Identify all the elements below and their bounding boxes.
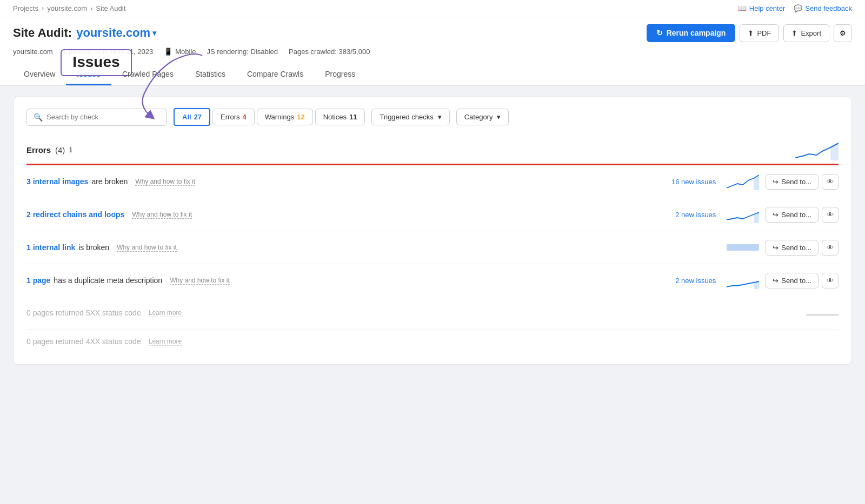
- zero-row-2: 0 pages returned 4XX status code Learn m…: [26, 330, 839, 353]
- issue-actions-1: ↪ Send to... 👁: [766, 174, 839, 190]
- fix-link-2[interactable]: Why and how to fix it: [132, 211, 192, 219]
- content-card: 🔍 All 27 Errors 4 Warnings 12: [13, 97, 852, 365]
- category-dropdown[interactable]: Category ▾: [456, 109, 509, 125]
- errors-filter-label: Errors: [221, 113, 239, 121]
- help-center-link[interactable]: 📖 Help center: [738, 4, 785, 12]
- errors-label: Errors: [26, 145, 51, 154]
- breadcrumb-projects[interactable]: Projects: [13, 4, 38, 12]
- breadcrumb: Projects › yoursite.com › Site Audit: [13, 4, 125, 12]
- refresh-icon: ↻: [656, 29, 663, 37]
- feedback-icon: 💬: [794, 4, 802, 12]
- zero-label-2: 0 pages returned 4XX status code: [26, 337, 141, 346]
- errors-title: Errors (4) ℹ: [26, 145, 72, 154]
- issue-link-4[interactable]: 1 page: [26, 276, 50, 285]
- eye-icon-1: 👁: [827, 178, 834, 186]
- fix-link-1[interactable]: Why and how to fix it: [135, 178, 195, 186]
- tab-progress-label: Progress: [325, 70, 355, 78]
- send-to-button-4[interactable]: ↪ Send to...: [766, 273, 819, 288]
- share-icon-4: ↪: [773, 277, 778, 285]
- send-label-1: Send to...: [781, 178, 811, 186]
- send-to-button-3[interactable]: ↪ Send to...: [766, 240, 819, 256]
- page-header: Site Audit: yoursite.com ▾ ↻ Rerun campa…: [0, 17, 865, 86]
- fix-link-4[interactable]: Why and how to fix it: [170, 277, 230, 285]
- warnings-count: 12: [297, 113, 304, 121]
- tab-statistics[interactable]: Statistics: [184, 64, 236, 85]
- rerun-label: Rerun campaign: [667, 29, 726, 37]
- share-icon-3: ↪: [773, 244, 778, 252]
- site-url-meta: yoursite.com: [13, 48, 53, 56]
- filter-all-button[interactable]: All 27: [174, 108, 210, 126]
- errors-count-paren: (4): [55, 145, 65, 154]
- breadcrumb-site[interactable]: yoursite.com: [47, 4, 87, 12]
- top-actions: 📖 Help center 💬 Send feedback: [738, 4, 852, 12]
- eye-icon-3: 👁: [827, 244, 834, 252]
- issue-link-3[interactable]: 1 internal link: [26, 243, 75, 252]
- dropdown-arrow-icon: ▾: [438, 113, 442, 121]
- send-to-button-1[interactable]: ↪ Send to...: [766, 174, 819, 190]
- send-feedback-link[interactable]: 💬 Send feedback: [794, 4, 852, 12]
- errors-count: 4: [242, 113, 246, 121]
- export-button[interactable]: ⬆ Export: [783, 24, 829, 42]
- mini-chart-1: [727, 173, 759, 190]
- top-bar: Projects › yoursite.com › Site Audit 📖 H…: [0, 0, 865, 17]
- breadcrumb-sep1: ›: [42, 4, 44, 12]
- issue-row: 3 internal images are broken Why and how…: [26, 165, 839, 198]
- filter-errors-button[interactable]: Errors 4: [212, 109, 255, 125]
- tab-compare-crawls[interactable]: Compare Crawls: [236, 64, 314, 85]
- filter-notices-button[interactable]: Notices 11: [315, 109, 365, 125]
- eye-button-1[interactable]: 👁: [822, 174, 839, 190]
- category-label: Category: [464, 113, 493, 121]
- send-to-button-2[interactable]: ↪ Send to...: [766, 207, 819, 223]
- tab-crawled-pages[interactable]: Crawled Pages: [111, 64, 184, 85]
- tab-statistics-label: Statistics: [195, 70, 225, 78]
- rerun-campaign-button[interactable]: ↻ Rerun campaign: [647, 24, 736, 42]
- header-top: Site Audit: yoursite.com ▾ ↻ Rerun campa…: [13, 24, 852, 42]
- search-input[interactable]: [46, 113, 160, 121]
- triggered-checks-dropdown[interactable]: Triggered checks ▾: [371, 109, 449, 125]
- zero-text-1: 0 pages returned 5XX status code Learn m…: [26, 308, 408, 317]
- search-box: 🔍: [26, 109, 167, 126]
- info-icon[interactable]: ℹ: [69, 146, 72, 154]
- new-issues-badge-4: 2 new issues: [656, 277, 716, 285]
- search-icon: 🔍: [34, 113, 43, 122]
- filter-bar: 🔍 All 27 Errors 4 Warnings 12: [26, 108, 839, 126]
- issue-link-1[interactable]: 3 internal images: [26, 177, 88, 186]
- new-issues-badge-2: 2 new issues: [656, 211, 716, 219]
- pages-crawled-meta: Pages crawled: 383/5,000: [289, 48, 370, 56]
- breadcrumb-sep2: ›: [90, 4, 92, 12]
- learn-more-link-1[interactable]: Learn more: [149, 309, 182, 317]
- send-feedback-label: Send feedback: [805, 4, 852, 12]
- tab-progress[interactable]: Progress: [314, 64, 366, 85]
- category-dropdown-icon: ▾: [497, 113, 501, 121]
- issue-text-1: 3 internal images are broken Why and how…: [26, 177, 650, 186]
- share-icon-2: ↪: [773, 211, 778, 219]
- all-label: All: [182, 113, 191, 121]
- settings-button[interactable]: ⚙: [834, 24, 852, 42]
- eye-icon-4: 👁: [827, 277, 834, 285]
- site-name-dropdown[interactable]: yoursite.com ▾: [76, 26, 156, 40]
- eye-button-4[interactable]: 👁: [822, 273, 839, 288]
- all-count: 27: [194, 113, 202, 121]
- js-rendering-meta: JS rendering: Disabled: [207, 48, 278, 56]
- pdf-button[interactable]: ⬆ PDF: [740, 24, 779, 42]
- eye-button-2[interactable]: 👁: [822, 207, 839, 223]
- notices-filter-label: Notices: [323, 113, 347, 121]
- zero-row-1: 0 pages returned 5XX status code Learn m…: [26, 297, 839, 330]
- learn-more-link-2[interactable]: Learn more: [149, 338, 182, 346]
- issue-row: 2 redirect chains and loops Why and how …: [26, 198, 839, 231]
- meta-row: yoursite.com Updated: Sun, May 21, 2023 …: [13, 48, 852, 60]
- eye-button-3[interactable]: 👁: [822, 240, 839, 256]
- tab-compare-crawls-label: Compare Crawls: [247, 70, 303, 78]
- tab-overview-label: Overview: [24, 70, 55, 78]
- tab-overview[interactable]: Overview: [13, 64, 66, 85]
- issue-row: 1 page has a duplicate meta description …: [26, 264, 839, 297]
- issue-row: 1 internal link is broken Why and how to…: [26, 231, 839, 264]
- notices-count: 11: [349, 113, 357, 121]
- tab-crawled-pages-label: Crawled Pages: [122, 70, 174, 78]
- tab-issues[interactable]: Issues Issues: [66, 64, 111, 85]
- page-title: Site Audit: yoursite.com ▾: [13, 26, 156, 40]
- issue-link-2[interactable]: 2 redirect chains and loops: [26, 210, 124, 219]
- filter-warnings-button[interactable]: Warnings 12: [257, 109, 313, 125]
- book-icon: 📖: [738, 4, 747, 12]
- fix-link-3[interactable]: Why and how to fix it: [117, 244, 177, 252]
